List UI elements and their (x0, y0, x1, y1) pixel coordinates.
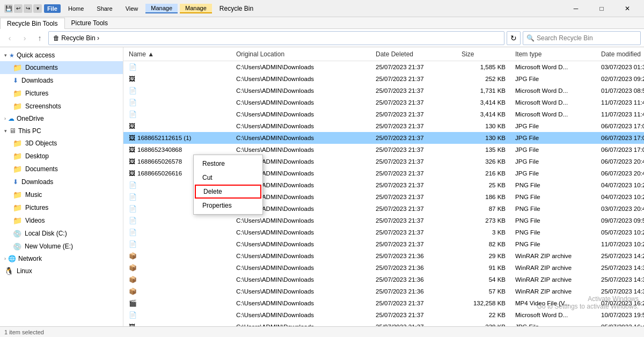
sidebar-item-pictures[interactable]: 📁 Pictures (0, 87, 123, 100)
cell-modified: 07/07/2023 16:24 (598, 300, 644, 306)
table-row[interactable]: 📄 C:\Users\ADMIN\Downloads 25/07/2023 21… (123, 97, 644, 108)
cell-deleted: 25/07/2023 21:37 (372, 241, 458, 247)
table-row[interactable]: 🖼 C:\Users\ADMIN\Downloads 25/07/2023 21… (123, 321, 644, 326)
ctx-properties[interactable]: Properties (194, 199, 262, 213)
table-row[interactable]: 🖼 1688652112615 (1) C:\Users\ADMIN\Downl… (123, 132, 644, 144)
folder-icon: 📁 (13, 216, 22, 225)
sidebar-local-disk-label: Local Disk (C:) (25, 230, 67, 237)
table-row[interactable]: 📄 C:\Users\ADMIN\Downloads 25/07/2023 21… (123, 108, 644, 120)
sidebar-downloads-pc-label: Downloads (21, 178, 53, 186)
table-row[interactable]: 📄 C:\Users\ADMIN\Downloads 25/07/2023 21… (123, 309, 644, 321)
table-row[interactable]: 📦 C:\Users\ADMIN\Downloads 25/07/2023 21… (123, 262, 644, 274)
sidebar-documents-label: Documents (25, 64, 58, 71)
sidebar-this-pc[interactable]: ▾ 🖥 This PC (0, 124, 123, 137)
back-button[interactable]: ‹ (3, 32, 16, 45)
sidebar-item-3dobjects[interactable]: 📁 3D Objects (0, 137, 123, 150)
file-icon: 🖼 (129, 158, 135, 165)
sidebar: ▾ ★ Quick access 📁 Documents ⬇ Downloads… (0, 47, 123, 326)
search-input[interactable] (537, 34, 637, 42)
cell-name: 📄 (126, 99, 233, 106)
sidebar-item-new-volume[interactable]: 💿 New Volume (E:) (0, 240, 123, 253)
cell-modified: 10/07/2023 19:51 (598, 312, 644, 318)
home-tab-title[interactable]: Home (63, 4, 89, 13)
cell-name: 🖼 (126, 323, 233, 326)
up-button[interactable]: ↑ (33, 32, 46, 45)
sidebar-item-downloads[interactable]: ⬇ Downloads (0, 74, 123, 87)
refresh-button[interactable]: ↻ (507, 31, 521, 45)
quick-access-icon[interactable]: 💾 (4, 4, 13, 13)
sidebar-network[interactable]: › 🌐 Network (0, 253, 123, 265)
cell-name: 🖼 (126, 122, 233, 130)
file-icon: 📦 (129, 288, 137, 295)
forward-button[interactable]: › (18, 32, 31, 45)
share-tab-title[interactable]: Share (91, 4, 118, 13)
ctx-restore[interactable]: Restore (194, 157, 262, 171)
sidebar-item-local-disk[interactable]: 💿 Local Disk (C:) (0, 227, 123, 240)
col-header-name[interactable]: Name ▲ (126, 50, 233, 58)
chevron-icon: › (4, 256, 6, 261)
table-row[interactable]: 📄 C:\Users\ADMIN\Downloads 25/07/2023 21… (123, 215, 644, 226)
minimize-button[interactable]: ─ (564, 0, 588, 17)
ctx-cut[interactable]: Cut (194, 171, 262, 185)
chevron-icon: ▾ (4, 128, 7, 134)
col-header-location[interactable]: Original Location (233, 50, 372, 58)
cell-deleted: 25/07/2023 21:37 (372, 76, 458, 82)
table-row[interactable]: 📦 C:\Users\ADMIN\Downloads 25/07/2023 21… (123, 250, 644, 262)
table-row[interactable]: 📄 C:\Users\ADMIN\Downloads 25/07/2023 21… (123, 226, 644, 238)
sidebar-quick-access[interactable]: ▾ ★ Quick access (0, 49, 123, 61)
ctx-delete[interactable]: Delete (195, 185, 261, 199)
close-button[interactable]: ✕ (615, 0, 640, 17)
ribbon-tab-recycle-bin-tools[interactable]: Recycle Bin Tools (0, 18, 65, 29)
manage-tab-1[interactable]: Manage (145, 4, 178, 13)
sidebar-item-downloads-pc[interactable]: ⬇ Downloads (0, 175, 123, 188)
cell-modified: 11/07/2023 11:43 (598, 111, 644, 118)
undo-icon[interactable]: ↩ (14, 4, 23, 13)
table-row[interactable]: 📄 C:\Users\ADMIN\Downloads 25/07/2023 21… (123, 61, 644, 73)
cell-location: C:\Users\ADMIN\Downloads (233, 300, 372, 306)
cell-modified: 06/07/2023 17:08 (598, 146, 644, 153)
sidebar-item-linux[interactable]: 🐧 Linux (0, 265, 123, 277)
table-row[interactable]: 📦 C:\Users\ADMIN\Downloads 25/07/2023 21… (123, 285, 644, 297)
cell-name: 📦 (126, 252, 233, 260)
cell-deleted: 25/07/2023 21:37 (372, 206, 458, 212)
col-header-size[interactable]: Size (458, 50, 512, 58)
sidebar-item-videos[interactable]: 📁 Videos (0, 214, 123, 227)
cell-location: C:\Users\ADMIN\Downloads (233, 288, 372, 295)
col-header-deleted[interactable]: Date Deleted (372, 50, 458, 58)
table-row[interactable]: 📄 C:\Users\ADMIN\Downloads 25/07/2023 21… (123, 85, 644, 97)
sidebar-item-screenshots[interactable]: 📁 Screenshots (0, 100, 123, 113)
sidebar-item-documents[interactable]: 📁 Documents (0, 61, 123, 74)
table-row[interactable]: 🖼 C:\Users\ADMIN\Downloads 25/07/2023 21… (123, 73, 644, 85)
redo-icon[interactable]: ↪ (24, 4, 32, 13)
cell-deleted: 25/07/2023 21:37 (372, 170, 458, 177)
table-row[interactable]: 📄 C:\Users\ADMIN\Downloads 25/07/2023 21… (123, 238, 644, 250)
sidebar-item-pictures-pc[interactable]: 📁 Pictures (0, 201, 123, 214)
col-header-modified[interactable]: Date modified (598, 50, 644, 58)
sidebar-item-desktop[interactable]: 📁 Desktop (0, 150, 123, 163)
cell-name: 🖼 1688652112615 (1) (126, 134, 233, 142)
sidebar-onedrive[interactable]: › ☁ OneDrive (0, 113, 123, 124)
cell-name: 📄 (126, 229, 233, 236)
sidebar-item-documents-pc[interactable]: 📁 Documents (0, 163, 123, 175)
cell-size: 238 KB (458, 324, 512, 326)
file-icon: 📦 (129, 252, 137, 260)
view-tab-title[interactable]: View (120, 4, 144, 13)
table-row[interactable]: 🖼 C:\Users\ADMIN\Downloads 25/07/2023 21… (123, 120, 644, 132)
file-icon: 🖼 (129, 170, 135, 177)
table-row[interactable]: 🎬 C:\Users\ADMIN\Downloads 25/07/2023 21… (123, 297, 644, 309)
cell-location: C:\Users\ADMIN\Downloads (233, 241, 372, 247)
cell-name: 📄 (126, 240, 233, 248)
manage-tab-2[interactable]: Manage (180, 4, 212, 13)
table-row[interactable]: 🖼 1688652340868 C:\Users\ADMIN\Downloads… (123, 144, 644, 156)
folder-icon: 📁 (13, 152, 22, 160)
col-header-type[interactable]: Item type (512, 50, 598, 58)
maximize-button[interactable]: □ (589, 0, 614, 17)
dropdown-icon[interactable]: ▾ (33, 4, 42, 13)
cell-type: PNG File (512, 182, 598, 188)
address-path[interactable]: 🗑 Recycle Bin › (48, 31, 504, 45)
sidebar-item-music[interactable]: 📁 Music (0, 188, 123, 201)
ribbon-tab-picture-tools[interactable]: Picture Tools (65, 17, 114, 28)
table-row[interactable]: 📦 C:\Users\ADMIN\Downloads 25/07/2023 21… (123, 274, 644, 285)
sidebar-pictures-pc-label: Pictures (25, 204, 48, 211)
file-tab[interactable]: File (44, 4, 61, 13)
